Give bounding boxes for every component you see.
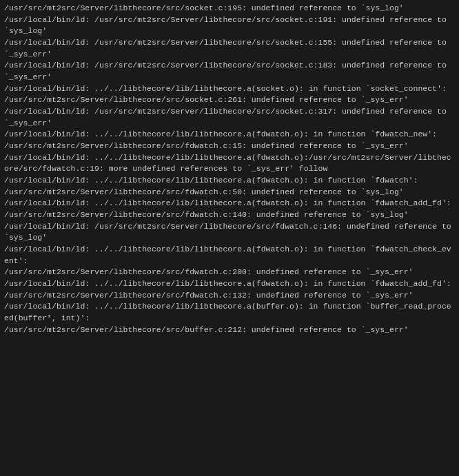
terminal-output: /usr/src/mt2src/Server/libthecore/src/so… — [0, 0, 459, 476]
